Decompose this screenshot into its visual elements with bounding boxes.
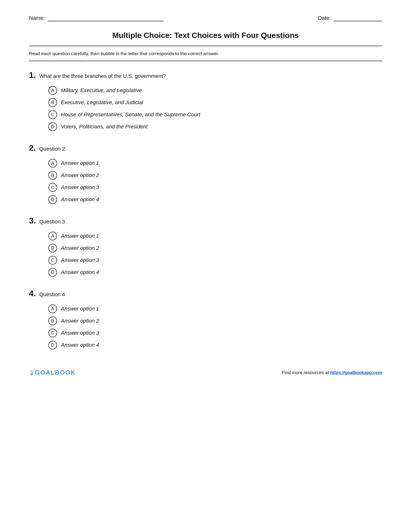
bubble-B-q3[interactable]: B: [48, 244, 57, 252]
bubble-C-q1[interactable]: C: [48, 110, 57, 119]
instructions: Read each question carefully, then bubbl…: [29, 51, 382, 56]
option-row-1-4[interactable]: DVoters, Politicians, and the President: [48, 122, 382, 131]
bubble-C-q4[interactable]: C: [48, 329, 57, 337]
bubble-D-q4[interactable]: D: [48, 341, 57, 349]
question-text-3: Question 3: [39, 218, 65, 225]
question-number-1: 1.: [29, 71, 36, 79]
main-title: Multiple Choice: Text Choices with Four …: [29, 31, 382, 40]
option-row-3-4[interactable]: DAnswer option 4: [48, 268, 382, 277]
bubble-A-q2[interactable]: A: [48, 159, 57, 168]
option-text-2-3: Answer option 3: [61, 184, 99, 190]
option-row-2-4[interactable]: DAnswer option 4: [48, 195, 382, 204]
goalbook-logo-icon: [29, 370, 34, 376]
option-text-1-4: Voters, Politicians, and the President: [61, 124, 148, 130]
options-list-3: AAnswer option 1BAnswer option 2CAnswer …: [48, 232, 382, 277]
bubble-B-q1[interactable]: B: [48, 98, 57, 107]
question-row-4: 4.Question 4: [29, 289, 382, 298]
bubble-A-q4[interactable]: A: [48, 304, 57, 313]
option-row-1-2[interactable]: BExecutive, Legislative, and Judicial: [48, 98, 382, 107]
option-row-3-1[interactable]: AAnswer option 1: [48, 232, 382, 240]
question-text-4: Question 4: [39, 291, 65, 298]
name-label: Name:: [29, 15, 45, 21]
option-text-3-4: Answer option 4: [61, 269, 99, 276]
question-number-4: 4.: [29, 289, 36, 297]
option-row-2-2[interactable]: BAnswer option 2: [48, 171, 382, 180]
option-text-4-2: Answer option 2: [61, 318, 99, 324]
bubble-C-q3[interactable]: C: [48, 256, 57, 265]
goalbook-logo: GOALBOOK: [29, 369, 76, 376]
option-text-1-1: Military, Executive, and Legislative: [61, 87, 142, 94]
question-block-2: 2.Question 2AAnswer option 1BAnswer opti…: [29, 144, 382, 204]
option-row-4-2[interactable]: BAnswer option 2: [48, 316, 382, 325]
svg-point-0: [30, 371, 33, 373]
bubble-C-q2[interactable]: C: [48, 183, 57, 192]
name-field: Name:: [29, 15, 164, 21]
question-block-1: 1.What are the three branches of the U.S…: [29, 71, 382, 131]
find-more-text: Find more resources at: [282, 370, 330, 375]
question-row-1: 1.What are the three branches of the U.S…: [29, 71, 382, 79]
option-text-2-2: Answer option 2: [61, 172, 99, 179]
option-text-2-1: Answer option 1: [61, 160, 99, 166]
option-text-1-2: Executive, Legislative, and Judicial: [61, 99, 143, 106]
bottom-divider: [29, 61, 382, 61]
question-number-2: 2.: [29, 144, 36, 152]
goalbook-link[interactable]: https://goalbookapp.com: [330, 370, 382, 375]
options-list-4: AAnswer option 1BAnswer option 2CAnswer …: [48, 304, 382, 349]
option-row-1-3[interactable]: CHouse of Representatives, Senate, and t…: [48, 110, 382, 119]
bubble-D-q2[interactable]: D: [48, 195, 57, 204]
bubble-D-q1[interactable]: D: [48, 122, 57, 131]
top-divider: [29, 46, 382, 46]
option-text-4-3: Answer option 3: [61, 330, 99, 336]
question-block-4: 4.Question 4AAnswer option 1BAnswer opti…: [29, 289, 382, 349]
question-row-2: 2.Question 2: [29, 144, 382, 152]
option-row-4-3[interactable]: CAnswer option 3: [48, 329, 382, 337]
option-text-3-1: Answer option 1: [61, 233, 99, 239]
option-text-3-3: Answer option 3: [61, 257, 99, 263]
option-text-4-1: Answer option 1: [61, 306, 99, 312]
option-row-2-1[interactable]: AAnswer option 1: [48, 159, 382, 168]
option-text-1-3: House of Representatives, Senate, and th…: [61, 112, 200, 118]
bubble-B-q4[interactable]: B: [48, 316, 57, 325]
bubble-A-q1[interactable]: A: [48, 86, 57, 95]
options-list-1: AMilitary, Executive, and LegislativeBEx…: [48, 86, 382, 131]
options-list-2: AAnswer option 1BAnswer option 2CAnswer …: [48, 159, 382, 204]
date-label: Date:: [318, 15, 331, 21]
option-row-4-1[interactable]: AAnswer option 1: [48, 304, 382, 313]
date-line[interactable]: [334, 15, 382, 21]
name-line[interactable]: [48, 15, 164, 21]
question-text-2: Question 2: [39, 146, 65, 152]
title-section: Multiple Choice: Text Choices with Four …: [29, 31, 382, 40]
questions-container: 1.What are the three branches of the U.S…: [29, 71, 382, 349]
option-row-1-1[interactable]: AMilitary, Executive, and Legislative: [48, 86, 382, 95]
option-row-2-3[interactable]: CAnswer option 3: [48, 183, 382, 192]
bubble-D-q3[interactable]: D: [48, 268, 57, 277]
question-number-3: 3.: [29, 216, 36, 225]
option-text-3-2: Answer option 2: [61, 245, 99, 251]
goalbook-logo-text: GOALBOOK: [35, 369, 76, 376]
option-row-4-4[interactable]: DAnswer option 4: [48, 341, 382, 349]
option-row-3-2[interactable]: BAnswer option 2: [48, 244, 382, 252]
question-row-3: 3.Question 3: [29, 216, 382, 225]
header: Name: Date:: [29, 15, 382, 21]
question-block-3: 3.Question 3AAnswer option 1BAnswer opti…: [29, 216, 382, 277]
option-row-3-3[interactable]: CAnswer option 3: [48, 256, 382, 265]
bubble-B-q2[interactable]: B: [48, 171, 57, 180]
option-text-4-4: Answer option 4: [61, 342, 99, 348]
bubble-A-q3[interactable]: A: [48, 232, 57, 240]
question-text-1: What are the three branches of the U.S. …: [39, 73, 166, 79]
footer: GOALBOOK Find more resources at https://…: [29, 364, 382, 376]
date-field: Date:: [318, 15, 382, 21]
option-text-2-4: Answer option 4: [61, 196, 99, 203]
footer-link-area: Find more resources at https://goalbooka…: [282, 370, 382, 375]
